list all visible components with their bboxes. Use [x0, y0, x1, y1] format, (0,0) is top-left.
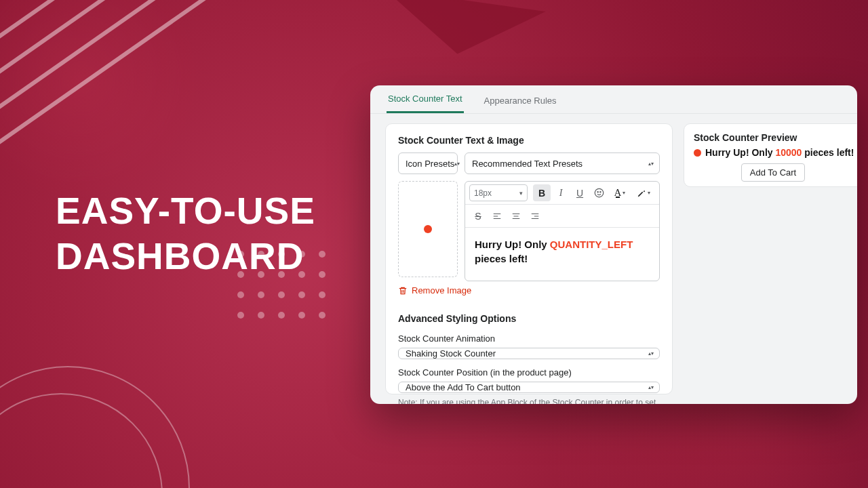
marketing-headline: EASY-TO-USE DASHBOARD [56, 188, 315, 279]
add-to-cart-button[interactable]: Add To Cart [741, 163, 805, 182]
text-presets-select[interactable]: Recommended Text Presets ▴▾ [465, 152, 660, 174]
chevron-down-icon: ▾ [519, 190, 523, 197]
animation-value: Shaking Stock Counter [406, 348, 496, 359]
position-select[interactable]: Above the Add To Cart button ▴▾ [398, 382, 660, 393]
quantity-variable: QUANTITY_LEFT [550, 239, 633, 250]
bg-stripes [0, 0, 258, 127]
preview-card: Stock Counter Preview Hurry Up! Only 100… [684, 123, 857, 187]
headline-line-1: EASY-TO-USE [56, 188, 315, 234]
bold-button[interactable]: B [533, 184, 551, 201]
position-label: Stock Counter Position (in the product p… [398, 367, 660, 378]
caret-sort-icon: ▴▾ [648, 386, 654, 389]
trash-icon [398, 286, 408, 296]
position-note: Note: If you are using the App Block of … [398, 397, 660, 404]
advanced-title: Advanced Styling Options [398, 313, 660, 324]
svg-point-2 [599, 192, 600, 192]
italic-button[interactable]: I [552, 184, 570, 201]
headline-line-2: DASHBOARD [56, 234, 315, 279]
editor-body[interactable]: Hurry Up! Only QUANTITY_LEFT pieces left… [465, 228, 659, 281]
caret-sort-icon: ▴▾ [648, 162, 654, 165]
body-prefix: Hurry Up! Only [475, 239, 550, 250]
editor-card: Stock Counter Text & Image Icon Presets … [385, 123, 673, 394]
stock-dot-icon [424, 225, 432, 233]
svg-point-1 [597, 192, 598, 192]
dashboard-panel: Stock Counter Text Appearance Rules Stoc… [370, 85, 857, 404]
bg-wedge [377, 0, 546, 65]
strikethrough-button[interactable]: S [469, 207, 487, 224]
tab-stock-counter-text[interactable]: Stock Counter Text [387, 85, 464, 113]
svg-point-0 [595, 188, 604, 197]
align-center-button[interactable] [507, 207, 525, 224]
icon-presets-select[interactable]: Icon Presets ▴▾ [398, 152, 458, 174]
stock-dot-icon [694, 149, 701, 157]
text-color-button[interactable]: A▾ [609, 184, 631, 201]
emoji-button[interactable] [590, 184, 608, 201]
image-preview-well[interactable] [398, 181, 458, 277]
body-suffix: pieces left! [475, 253, 528, 264]
caret-sort-icon: ▴▾ [454, 162, 460, 165]
preview-title: Stock Counter Preview [694, 132, 852, 143]
animation-label: Stock Counter Animation [398, 333, 660, 344]
rich-text-editor: 18px ▾ B I U A▾ ▾ [465, 181, 660, 281]
section-title: Stock Counter Text & Image [398, 135, 660, 146]
underline-button[interactable]: U [571, 184, 589, 201]
caret-sort-icon: ▴▾ [648, 352, 654, 355]
preview-prefix: Hurry Up! Only [705, 147, 775, 158]
position-value: Above the Add To Cart button [406, 382, 521, 392]
align-right-button[interactable] [526, 207, 544, 224]
align-left-button[interactable] [488, 207, 506, 224]
tab-appearance-rules[interactable]: Appearance Rules [483, 87, 558, 113]
remove-image-button[interactable]: Remove Image [398, 285, 660, 296]
font-size-select[interactable]: 18px ▾ [469, 184, 528, 201]
animation-select[interactable]: Shaking Stock Counter ▴▾ [398, 348, 660, 359]
highlighter-icon [637, 188, 646, 198]
remove-image-label: Remove Image [412, 285, 471, 296]
highlight-color-button[interactable]: ▾ [632, 184, 655, 201]
icon-presets-label: Icon Presets [406, 159, 454, 169]
text-presets-label: Recommended Text Presets [472, 159, 583, 169]
preview-suffix: pieces left! [802, 147, 854, 158]
tab-bar: Stock Counter Text Appearance Rules [370, 85, 857, 114]
font-size-value: 18px [474, 188, 492, 198]
preview-quantity: 10000 [775, 147, 802, 158]
preview-line: Hurry Up! Only 10000 pieces left! [694, 147, 852, 158]
